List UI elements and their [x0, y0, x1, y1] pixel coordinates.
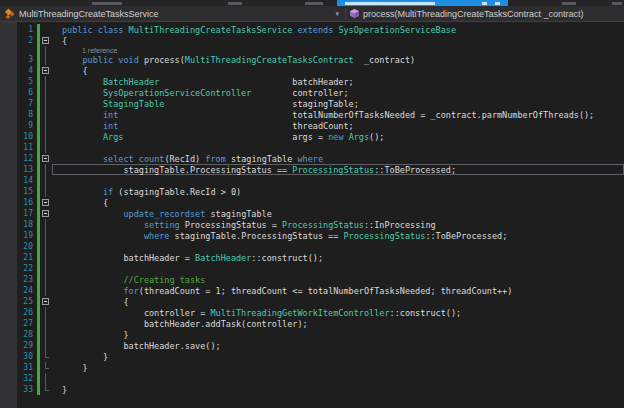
fold-guide — [40, 351, 52, 362]
code-line-text-wrap: { — [52, 35, 624, 46]
member-dropdown-label: process(MultiThreadingCreateTasksContrac… — [363, 9, 584, 19]
code-line[interactable]: 32 — [17, 373, 624, 384]
codelens-wrap: 1 reference — [52, 46, 624, 54]
fold-toggle[interactable] — [40, 153, 52, 164]
code-line[interactable]: 13 stagingTable.ProcessingStatus == Proc… — [17, 164, 624, 175]
fold-guide — [40, 274, 52, 285]
fold-guide — [40, 263, 52, 274]
line-number: 4 — [17, 66, 33, 75]
type-dropdown-label: MultiThreadingCreateTasksService — [19, 9, 159, 19]
code-line[interactable]: 21 batchHeader = BatchHeader::construct(… — [17, 252, 624, 263]
member-dropdown[interactable]: process(MultiThreadingCreateTasksContrac… — [346, 6, 588, 22]
code-line[interactable]: 10 Args args = new Args(); — [17, 131, 624, 142]
code-text: where stagingTable.ProcessingStatus == P… — [53, 231, 507, 241]
breakpoint-margin[interactable] — [0, 22, 17, 408]
code-text: public void process(MultiThreadingCreate… — [53, 55, 415, 65]
code-line[interactable]: 7 StagingTable stagingTable; — [17, 98, 624, 109]
code-line[interactable]: 19 where stagingTable.ProcessingStatus =… — [17, 230, 624, 241]
line-number: 33 — [17, 385, 33, 394]
line-number: 31 — [17, 363, 33, 372]
code-line[interactable]: 16 { — [17, 197, 624, 208]
code-text: } — [53, 330, 129, 340]
code-line-text-wrap — [52, 373, 624, 384]
code-line-text-wrap: for(threadCount = 1; threadCount <= tota… — [52, 285, 624, 296]
fold-guide — [40, 164, 52, 175]
code-line[interactable]: 12 select count(RecId) from stagingTable… — [17, 153, 624, 164]
code-text: controller = MultiThreadingGetWorkItemCo… — [53, 308, 461, 318]
code-line[interactable]: 27 batchHeader.addTask(controller); — [17, 318, 624, 329]
line-number: 12 — [17, 154, 33, 163]
current-line-highlight: stagingTable.ProcessingStatus == Process… — [52, 164, 624, 175]
fold-toggle[interactable] — [40, 208, 52, 219]
class-icon — [4, 8, 15, 19]
code-line[interactable]: 15 if (stagingTable.RecId > 0) — [17, 186, 624, 197]
line-number: 10 — [17, 132, 33, 141]
code-line[interactable]: 18 setting ProcessingStatus = Processing… — [17, 219, 624, 230]
code-text: setting ProcessingStatus = ProcessingSta… — [53, 220, 436, 230]
code-line[interactable]: 20 — [17, 241, 624, 252]
vs-editor-window: MultiThreadingCreateTasksService ▾ proce… — [0, 0, 624, 408]
code-line[interactable]: 14 — [17, 175, 624, 186]
line-number: 22 — [17, 264, 33, 273]
fold-toggle[interactable] — [40, 197, 52, 208]
fold-toggle[interactable] — [40, 296, 52, 307]
code-line[interactable]: 22 — [17, 263, 624, 274]
code-line-text-wrap: } — [52, 362, 624, 373]
fold-guide — [40, 186, 52, 197]
codelens-references-link[interactable]: 1 reference — [53, 47, 117, 54]
code-line-text-wrap: } — [52, 384, 624, 395]
line-number: 19 — [17, 231, 33, 240]
line-number: 3 — [17, 55, 33, 64]
code-line[interactable]: 25 { — [17, 296, 624, 307]
active-document-tab[interactable] — [337, 0, 508, 6]
fold-guide — [40, 76, 52, 87]
code-line[interactable]: 8 int totalNumberOfTasksNeeded = _contra… — [17, 109, 624, 120]
code-text: } — [53, 385, 67, 395]
line-number: 5 — [17, 77, 33, 86]
clipped-tab-text — [612, 2, 622, 5]
code-line[interactable]: 28 } — [17, 329, 624, 340]
line-number: 14 — [17, 176, 33, 185]
line-number: 20 — [17, 242, 33, 251]
close-icon — [495, 2, 500, 5]
fold-toggle[interactable] — [40, 35, 52, 46]
code-line[interactable]: 11 — [17, 142, 624, 153]
code-line[interactable]: 5 BatchHeader batchHeader; — [17, 76, 624, 87]
code-text: { — [53, 198, 108, 208]
code-line[interactable]: 6 SysOperationServiceController controll… — [17, 87, 624, 98]
line-number: 27 — [17, 319, 33, 328]
code-line-text-wrap: batchHeader.addTask(controller); — [52, 318, 624, 329]
code-line[interactable]: 2{ — [17, 35, 624, 46]
code-line[interactable]: 17 update_recordset stagingTable — [17, 208, 624, 219]
code-line[interactable]: 31 } — [17, 362, 624, 373]
code-line-text-wrap: public void process(MultiThreadingCreate… — [52, 54, 624, 65]
code-text: int threadCount; — [53, 121, 354, 131]
code-line[interactable]: 29 batchHeader.save(); — [17, 340, 624, 351]
code-line[interactable]: 1public class MultiThreadingCreateTasksS… — [17, 24, 624, 35]
code-line[interactable]: 24 for(threadCount = 1; threadCount <= t… — [17, 285, 624, 296]
code-text: SysOperationServiceController controller… — [53, 88, 349, 98]
code-line[interactable]: 26 controller = MultiThreadingGetWorkIte… — [17, 307, 624, 318]
fold-guide — [40, 131, 52, 142]
code-line[interactable]: 23 //Creating tasks — [17, 274, 624, 285]
code-editor[interactable]: 1public class MultiThreadingCreateTasksS… — [0, 22, 624, 408]
fold-guide — [40, 120, 52, 131]
line-number: 1 — [17, 25, 33, 34]
code-line[interactable]: 3 public void process(MultiThreadingCrea… — [17, 54, 624, 65]
code-line[interactable]: 9 int threadCount; — [17, 120, 624, 131]
code-line-text-wrap: SysOperationServiceController controller… — [52, 87, 624, 98]
line-number: 21 — [17, 253, 33, 262]
code-line[interactable]: 33} — [17, 384, 624, 395]
codelens-row: 1 reference — [17, 46, 624, 54]
code-text: { — [53, 66, 88, 76]
line-number: 29 — [17, 341, 33, 350]
line-number: 28 — [17, 330, 33, 339]
fold-guide — [40, 142, 52, 153]
clipped-tab-text — [228, 2, 242, 5]
type-dropdown[interactable]: MultiThreadingCreateTasksService ▾ — [0, 6, 345, 22]
code-area: 1public class MultiThreadingCreateTasksS… — [17, 22, 624, 408]
code-line[interactable]: 30 } — [17, 351, 624, 362]
fold-toggle[interactable] — [40, 65, 52, 76]
pin-icon — [482, 2, 487, 5]
code-line[interactable]: 4 { — [17, 65, 624, 76]
